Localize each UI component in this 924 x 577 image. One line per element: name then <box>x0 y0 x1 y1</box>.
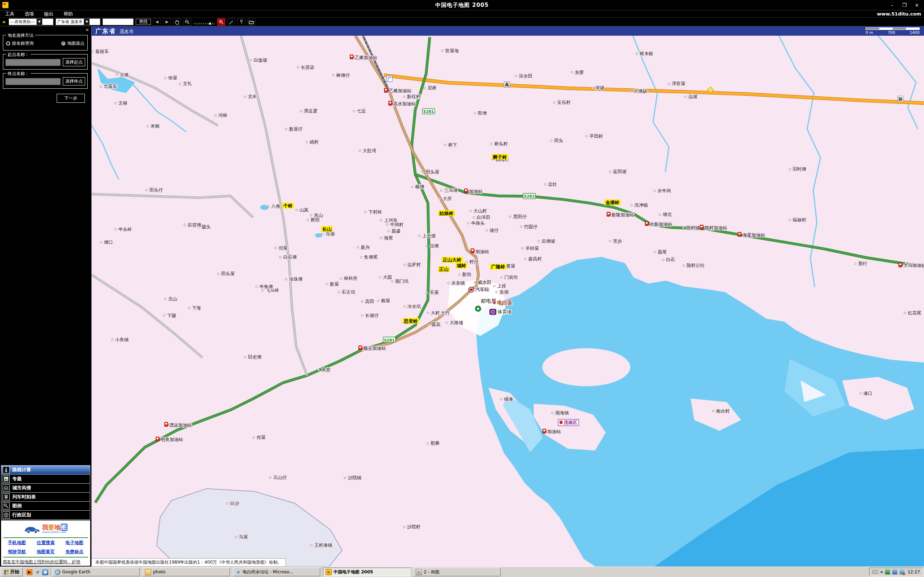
keyboard-icon[interactable] <box>872 570 878 574</box>
folder-open-icon[interactable] <box>247 18 255 26</box>
measure-pencil-icon[interactable] <box>228 18 235 26</box>
promo-link[interactable]: 免费标点 <box>65 549 83 555</box>
svg-text:昌花: 昌花 <box>432 322 441 327</box>
sidebar-panel-train[interactable]: 列车时刻表 <box>1 492 90 501</box>
area-label: 长山 <box>321 226 333 232</box>
zoom-slider-handle[interactable] <box>208 22 212 24</box>
svg-text:大马加油站: 大马加油站 <box>903 263 924 268</box>
road-shield: S281 <box>423 108 435 114</box>
svg-text:新街: 新街 <box>462 272 472 277</box>
choose-start-button[interactable]: 选择起点 <box>63 58 85 66</box>
area-label: 金塘岭 <box>604 200 620 205</box>
search-input[interactable] <box>102 18 134 25</box>
zoom-slider[interactable] <box>194 19 215 24</box>
title-bar: 中国电子地图 2005 – ❐ × <box>0 0 924 10</box>
svg-text:镇港: 镇港 <box>504 396 513 402</box>
svg-text:何屋: 何屋 <box>257 435 266 440</box>
svg-text:蓝田坡: 蓝田坡 <box>613 169 627 174</box>
taskbar-task-ie[interactable]: e电白同乡论坛 - Microso... <box>233 567 320 576</box>
app-window: 中国电子地图 2005 – ❐ × 工具 选项 输出 帮助 www.51ditu… <box>0 0 924 577</box>
region-select[interactable]: 广东省 茂名市 ▼ <box>56 18 100 25</box>
chevron-down-icon[interactable]: ▼ <box>84 19 89 25</box>
category-select[interactable]: ---所有类别--- ▼ <box>9 18 53 25</box>
radio-query-by-name[interactable]: 按名称查询 <box>6 40 34 47</box>
show-desktop-icon[interactable]: ▣ <box>42 569 48 575</box>
svg-text:水东镇: 水东镇 <box>452 280 465 285</box>
svg-text:荔枝车: 荔枝车 <box>95 49 109 54</box>
pan-hand-icon[interactable] <box>173 18 181 26</box>
radio-icon[interactable] <box>61 42 65 45</box>
tray-expand-icon[interactable]: « <box>880 569 883 574</box>
51ditu-logo[interactable]: 我要地图 www.51ditu.com <box>1 521 90 537</box>
next-step-button[interactable]: 下一步 <box>57 94 85 103</box>
sidebar-panel-route[interactable]: 路线计算 <box>1 465 90 475</box>
sidebar-panel-city[interactable]: 城市风情 <box>1 483 90 493</box>
find-button[interactable]: 查找 <box>136 19 151 25</box>
svg-text:山岚: 山岚 <box>300 207 309 213</box>
area-label: 思变岭 <box>403 318 419 324</box>
svg-text:东寮: 东寮 <box>575 69 584 75</box>
restore-button[interactable]: ❐ <box>901 2 908 8</box>
tray-app-icon[interactable] <box>885 569 890 574</box>
svg-text:下陂: 下陂 <box>167 313 176 318</box>
svg-text:郑增: 郑增 <box>478 110 487 116</box>
bay-island <box>542 348 630 386</box>
expressway-marker: 广 <box>386 76 393 82</box>
promo-marquee[interactable]: 朋友在中国地图上找到你的位置吗，赶快 <box>1 558 90 566</box>
back-button[interactable]: ◀ <box>153 18 161 26</box>
car-logo-icon <box>24 524 41 534</box>
svg-text:广隆岭: 广隆岭 <box>491 264 505 269</box>
start-point-input[interactable] <box>5 59 61 66</box>
media-player-icon[interactable]: ▶ <box>26 569 32 575</box>
sidebar-panel-legend[interactable]: 图例 <box>1 501 90 511</box>
menu-tools[interactable]: 工具 <box>0 11 19 17</box>
network-error-icon[interactable]: × <box>900 569 905 574</box>
choose-end-button[interactable]: 选择终点 <box>63 77 85 85</box>
chevron-down-icon[interactable]: ▼ <box>36 19 42 25</box>
radio-icon[interactable] <box>6 42 10 45</box>
taskbar-task-globe[interactable]: ◍Google Earth <box>52 567 140 576</box>
menu-help[interactable]: 帮助 <box>58 11 78 17</box>
area-label: 个岭 <box>282 203 294 208</box>
taskbar-task-folder[interactable]: photo <box>142 567 230 576</box>
promo-link[interactable]: 地图黄页 <box>36 549 55 555</box>
sidebar-panel-topic[interactable]: 专题 <box>1 474 90 484</box>
svg-text:横塘: 横塘 <box>415 184 425 189</box>
network-icon[interactable] <box>892 569 897 574</box>
zoom-out-icon[interactable] <box>183 18 191 26</box>
svg-text:洗净锅: 洗净锅 <box>634 202 648 208</box>
promo-link[interactable]: 手机地图 <box>8 540 26 546</box>
internet-explorer-icon[interactable]: e <box>34 569 40 575</box>
map-canvas[interactable]: 广高路荔枝车九屋车大塘张屋文礼文禄白饭坡长苏染棒塘仔北丰河林米粮潭逗逻七逗新屋仔… <box>92 36 924 567</box>
svg-text:S281: S281 <box>384 338 394 342</box>
pushpin-icon[interactable] <box>237 18 246 26</box>
svg-text:那行: 那行 <box>858 261 867 266</box>
sidebar-collapse-icon[interactable]: « <box>2 19 6 25</box>
end-point-input[interactable] <box>5 78 61 85</box>
window-title: 中国电子地图 2005 <box>0 2 924 9</box>
minimize-button[interactable]: – <box>888 2 896 8</box>
svg-text:乙烯加油站: 乙烯加油站 <box>355 55 378 60</box>
windows-logo-icon <box>4 569 9 574</box>
promo-link[interactable]: 驾驶导航 <box>8 549 26 555</box>
svg-text:倪屋: 倪屋 <box>279 245 288 251</box>
city-label: 茂名市 <box>120 29 134 35</box>
sidebar-panel-admin[interactable]: 行政区划 <box>1 510 90 520</box>
poi-stadium: 体育场 <box>490 309 512 315</box>
start-button[interactable]: 开始 <box>1 567 23 576</box>
close-button[interactable]: × <box>913 2 921 8</box>
promo-link[interactable]: 位置搜索 <box>36 540 55 546</box>
menu-options[interactable]: 选项 <box>19 11 39 17</box>
promo-link[interactable]: 电子地图 <box>65 540 83 546</box>
zoom-in-icon[interactable] <box>217 18 225 26</box>
sidebar-accordion: 路线计算专题城市风情列车时刻表图例行政区划 <box>1 466 90 520</box>
sidebar-close-icon[interactable]: × <box>85 27 89 32</box>
svg-text:长苏染: 长苏染 <box>301 64 314 70</box>
forward-button[interactable]: ▶ <box>163 18 171 26</box>
radio-pick-on-map[interactable]: 地图选点 <box>61 40 84 47</box>
taskbar-task-paint[interactable]: ✎2 - 画图 <box>413 567 501 576</box>
menu-output[interactable]: 输出 <box>39 11 58 17</box>
route-icon <box>3 466 10 474</box>
taskbar-task-map[interactable]: ▦中国电子地图 2005 <box>323 567 410 576</box>
svg-text:高: 高 <box>505 82 509 87</box>
